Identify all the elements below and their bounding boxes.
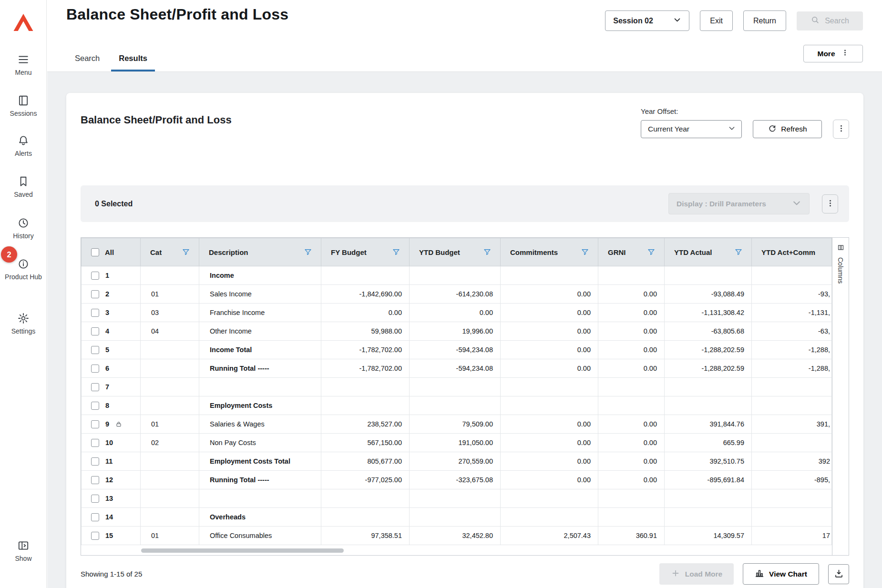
- row-checkbox[interactable]: [91, 457, 99, 466]
- row-checkbox[interactable]: [91, 272, 99, 280]
- sidebar-item-settings[interactable]: Settings: [0, 312, 47, 335]
- sidebar-item-alerts[interactable]: Alerts: [0, 134, 47, 158]
- table-row[interactable]: 5Income Total-1,782,702.00-594,234.080.0…: [82, 341, 832, 359]
- notification-badge[interactable]: 2: [1, 246, 17, 263]
- row-checkbox[interactable]: [91, 402, 99, 410]
- row-number: 10: [105, 439, 113, 446]
- year-offset-select[interactable]: Current Year: [641, 120, 742, 138]
- columns-panel-toggle[interactable]: Columns: [832, 238, 849, 555]
- cell-value: 0.00: [501, 322, 598, 341]
- cell-value: -93,088.49: [665, 285, 752, 304]
- table-row[interactable]: 8Employment Costs: [82, 396, 832, 415]
- sidebar-item-saved[interactable]: Saved: [0, 175, 47, 199]
- row-checkbox[interactable]: [91, 309, 99, 317]
- row-checkbox[interactable]: [91, 513, 99, 521]
- cell-value: 0.00: [501, 434, 598, 452]
- card-controls: Year Offset: Current Year Re: [641, 107, 849, 139]
- column-header-ytd-budget[interactable]: YTD Budget: [410, 238, 501, 266]
- sidebar-show-toggle[interactable]: Show: [0, 539, 47, 563]
- row-checkbox[interactable]: [91, 495, 99, 503]
- filter-icon[interactable]: [734, 248, 743, 256]
- table-row[interactable]: 12Running Total ------977,025.00-323,675…: [82, 471, 832, 489]
- table-row[interactable]: 404Other Income59,988.0019,996.000.000.0…: [82, 322, 832, 341]
- more-button[interactable]: More: [803, 45, 863, 62]
- row-checkbox[interactable]: [91, 420, 99, 428]
- filter-icon[interactable]: [581, 248, 589, 256]
- cell-value: [410, 489, 501, 508]
- sidebar-item-sessions[interactable]: Sessions: [0, 94, 47, 118]
- table-row[interactable]: 7: [82, 378, 832, 396]
- sidebar: Menu Sessions Alerts Saved History Produ…: [0, 0, 47, 588]
- cell-description: Franchise Income: [199, 304, 321, 322]
- column-header-ytd-act-comm[interactable]: YTD Act+Comm: [752, 238, 832, 266]
- column-header-cat[interactable]: Cat: [141, 238, 199, 266]
- column-header-commitments[interactable]: Commitments: [501, 238, 598, 266]
- column-header-ytd-actual[interactable]: YTD Actual: [665, 238, 752, 266]
- horizontal-scrollbar[interactable]: [81, 547, 832, 555]
- column-header-grni[interactable]: GRNI: [598, 238, 665, 266]
- view-chart-button[interactable]: View Chart: [743, 563, 819, 585]
- table-row[interactable]: 11Employment Costs Total805,677.00270,55…: [82, 452, 832, 471]
- row-checkbox[interactable]: [91, 327, 99, 335]
- table-row[interactable]: 1002Non Pay Costs567,150.00191,050.000.0…: [82, 434, 832, 452]
- sidebar-item-menu[interactable]: Menu: [0, 53, 47, 77]
- cell-value: -594,234.08: [410, 341, 501, 359]
- row-checkbox[interactable]: [91, 290, 99, 298]
- cell-value: [321, 266, 410, 285]
- filter-icon[interactable]: [182, 248, 190, 256]
- table-row[interactable]: 6Running Total ------1,782,702.00-594,23…: [82, 359, 832, 378]
- table-row[interactable]: 14Overheads: [82, 508, 832, 527]
- row-checkbox[interactable]: [91, 365, 99, 373]
- row-checkbox[interactable]: [91, 439, 99, 447]
- display-dropdown[interactable]: Display : Drill Parameters: [668, 193, 810, 214]
- columns-icon: [837, 244, 844, 253]
- chevron-down-icon: [728, 124, 736, 134]
- sidebar-item-history[interactable]: History: [0, 217, 47, 240]
- session-dropdown[interactable]: Session 02: [605, 10, 689, 31]
- column-label: FY Budget: [331, 248, 367, 256]
- cell-cat: [141, 359, 199, 378]
- return-button[interactable]: Return: [743, 10, 786, 31]
- cell-cat: [141, 508, 199, 527]
- table-row[interactable]: 1501Office Consumables97,358.5132,452.80…: [82, 527, 832, 545]
- load-more-button[interactable]: Load More: [659, 563, 734, 585]
- column-header-all[interactable]: All: [82, 238, 141, 266]
- table-row[interactable]: 201Sales Income-1,842,690.00-614,230.080…: [82, 285, 832, 304]
- table-row[interactable]: 901Salaries & Wages238,527.0079,509.000.…: [82, 415, 832, 434]
- table-row[interactable]: 303Franchise Income0.000.000.000.00-1,13…: [82, 304, 832, 322]
- row-checkbox[interactable]: [91, 383, 99, 391]
- row-checkbox[interactable]: [91, 346, 99, 354]
- scrollbar-thumb[interactable]: [141, 548, 344, 553]
- search-button[interactable]: Search: [797, 11, 863, 30]
- filter-icon[interactable]: [392, 248, 400, 256]
- exit-button[interactable]: Exit: [700, 10, 733, 31]
- tab-search[interactable]: Search: [67, 47, 107, 71]
- cell-value: 391,: [752, 415, 832, 434]
- column-header-fy-budget[interactable]: FY Budget: [321, 238, 410, 266]
- row-checkbox[interactable]: [91, 532, 99, 540]
- row-number: 8: [105, 402, 109, 409]
- download-button[interactable]: [828, 564, 849, 584]
- tab-results[interactable]: Results: [111, 47, 155, 71]
- cell-value: 0.00: [501, 415, 598, 434]
- app-logo[interactable]: [0, 12, 47, 32]
- cell-value: 0.00: [501, 471, 598, 489]
- cell-description: Office Consumables: [199, 527, 321, 545]
- cell-value: [752, 508, 832, 527]
- cell-cat: [141, 396, 199, 415]
- toolbar-kebab-button[interactable]: [822, 194, 838, 213]
- filter-icon[interactable]: [647, 248, 656, 256]
- cell-value: -63,: [752, 322, 832, 341]
- column-header-description[interactable]: Description: [199, 238, 321, 266]
- table-row[interactable]: 1Income: [82, 266, 832, 285]
- column-label: YTD Act+Comm: [761, 248, 815, 256]
- table-row[interactable]: 13: [82, 489, 832, 508]
- cell-description: Running Total -----: [199, 471, 321, 489]
- row-checkbox[interactable]: [91, 476, 99, 484]
- refresh-button[interactable]: Refresh: [753, 120, 822, 138]
- filter-icon[interactable]: [483, 248, 492, 256]
- panel-kebab-button[interactable]: [833, 120, 849, 139]
- filter-icon[interactable]: [304, 248, 312, 256]
- cell-value: 0.00: [501, 304, 598, 322]
- select-all-checkbox[interactable]: [91, 248, 99, 256]
